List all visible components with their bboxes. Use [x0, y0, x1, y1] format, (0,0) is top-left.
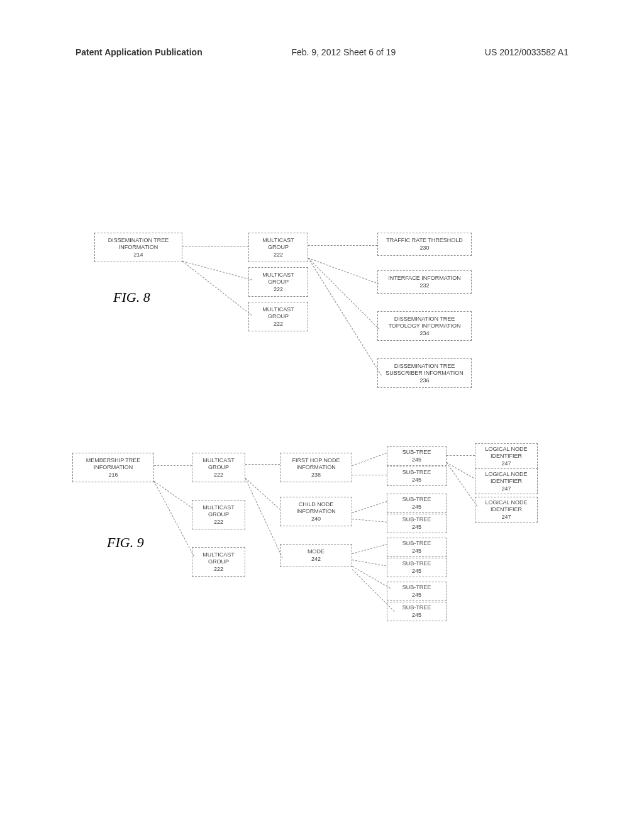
box-title: FIRST HOP NODE INFORMATION [286, 457, 347, 471]
box-num: 222 [197, 519, 240, 526]
connector-line [154, 481, 194, 556]
box-title: TRAFFIC RATE THRESHOLD [383, 237, 466, 244]
box-num: 240 [286, 516, 347, 523]
box-num: 230 [383, 245, 466, 252]
logical-node-identifier-box: LOGICAL NODE IDENTIFIER 247 [475, 468, 538, 494]
box-title: SUB-TREE [389, 560, 444, 567]
box-num: 222 [254, 286, 303, 293]
box-num: 245 [389, 477, 444, 484]
connector-line [182, 261, 252, 280]
connector-line [447, 462, 474, 479]
box-num: 234 [383, 330, 466, 337]
box-num: 245 [389, 612, 444, 619]
connector-line [182, 246, 248, 247]
dissemination-tree-subscriber-box: DISSEMINATION TREE SUBSCRIBER INFORMATIO… [377, 358, 472, 388]
box-title: MULTICAST GROUP [197, 551, 240, 565]
box-title: SUB-TREE [389, 604, 444, 611]
box-num: 222 [197, 472, 240, 479]
sub-tree-box: SUB-TREE 245 [387, 602, 447, 621]
multicast-group-box: MULTICAST GROUP 222 [192, 547, 245, 577]
sub-tree-box: SUB-TREE 245 [387, 446, 447, 466]
connector-line [182, 261, 252, 316]
box-title: SUB-TREE [389, 469, 444, 476]
multicast-group-box: MULTICAST GROUP 222 [248, 233, 308, 262]
connector-line [154, 481, 193, 509]
sub-tree-box: SUB-TREE 245 [387, 558, 447, 577]
box-num: 232 [383, 282, 466, 289]
box-num: 236 [383, 377, 466, 384]
dissemination-tree-topology-box: DISSEMINATION TREE TOPOLOGY INFORMATION … [377, 311, 472, 341]
box-title: SUB-TREE [389, 584, 444, 591]
connector-line [352, 501, 387, 513]
connector-line [447, 462, 478, 506]
box-num: 214 [100, 252, 177, 258]
connector-line [245, 478, 283, 558]
box-num: 222 [254, 321, 303, 328]
box-title: DISSEMINATION TREE INFORMATION [100, 237, 177, 251]
box-title: DISSEMINATION TREE TOPOLOGY INFORMATION [383, 316, 466, 329]
box-num: 247 [477, 485, 535, 492]
box-title: SUB-TREE [389, 496, 444, 503]
traffic-rate-threshold-box: TRAFFIC RATE THRESHOLD 230 [377, 233, 472, 256]
sub-tree-box: SUB-TREE 245 [387, 514, 447, 533]
header-left: Patent Application Publication [75, 47, 203, 57]
connector-line [447, 455, 475, 456]
connector-line [352, 544, 387, 554]
sub-tree-box: SUB-TREE 245 [387, 582, 447, 601]
box-num: 245 [389, 548, 444, 555]
header-center: Feb. 9, 2012 Sheet 6 of 19 [291, 47, 396, 57]
figure-8-label: FIG. 8 [113, 289, 150, 306]
multicast-group-box: MULTICAST GROUP 222 [248, 267, 308, 297]
sub-tree-box: SUB-TREE 245 [387, 467, 447, 486]
logical-node-identifier-box: LOGICAL NODE IDENTIFIER 247 [475, 497, 538, 523]
connector-line [308, 245, 377, 246]
box-title: MEMBERSHIP TREE INFORMATION [78, 457, 148, 471]
box-title: MULTICAST GROUP [197, 457, 240, 471]
box-num: 245 [389, 456, 444, 463]
connector-line [352, 475, 387, 475]
box-title: DISSEMINATION TREE SUBSCRIBER INFORMATIO… [383, 363, 466, 377]
interface-information-box: INTERFACE INFORMATION 232 [377, 270, 472, 294]
membership-tree-info-box: MEMBERSHIP TREE INFORMATION 216 [72, 453, 154, 482]
multicast-group-box: MULTICAST GROUP 222 [248, 302, 308, 331]
box-title: MULTICAST GROUP [254, 237, 303, 251]
box-title: MULTICAST GROUP [197, 504, 240, 518]
box-title: MULTICAST GROUP [254, 306, 303, 320]
box-num: 245 [389, 524, 444, 531]
logical-node-identifier-box: LOGICAL NODE IDENTIFIER 247 [475, 443, 538, 469]
box-num: 216 [78, 472, 148, 479]
box-num: 247 [477, 514, 535, 521]
box-title: LOGICAL NODE IDENTIFIER [477, 499, 535, 513]
box-title: CHILD NODE INFORMATION [286, 501, 347, 515]
box-title: INTERFACE INFORMATION [383, 275, 466, 282]
connector-line [352, 453, 387, 466]
box-title: LOGICAL NODE IDENTIFIER [477, 446, 535, 460]
sub-tree-box: SUB-TREE 245 [387, 494, 447, 513]
box-title: SUB-TREE [389, 449, 444, 456]
box-title: MULTICAST GROUP [254, 272, 303, 285]
page-header: Patent Application Publication Feb. 9, 2… [0, 47, 644, 57]
connector-line [352, 519, 387, 523]
sub-tree-box: SUB-TREE 245 [387, 538, 447, 557]
box-title: LOGICAL NODE IDENTIFIER [477, 471, 535, 485]
box-num: 238 [286, 472, 347, 479]
box-num: 222 [254, 252, 303, 258]
connector-line [308, 258, 380, 329]
connector-line [245, 478, 280, 510]
figure-9-label: FIG. 9 [107, 534, 144, 551]
box-num: 245 [389, 568, 444, 575]
first-hop-node-box: FIRST HOP NODE INFORMATION 238 [280, 453, 352, 482]
dissemination-tree-info-box: DISSEMINATION TREE INFORMATION 214 [94, 233, 182, 262]
child-node-box: CHILD NODE INFORMATION 240 [280, 497, 352, 526]
connector-line [308, 258, 382, 375]
header-right: US 2012/0033582 A1 [485, 47, 569, 57]
connector-line [352, 560, 386, 567]
box-num: 247 [477, 460, 535, 467]
multicast-group-box: MULTICAST GROUP 222 [192, 453, 245, 482]
connector-line [352, 566, 391, 589]
box-num: 245 [389, 592, 444, 599]
box-num: 245 [389, 504, 444, 511]
box-title: MODE [286, 548, 347, 555]
box-title: SUB-TREE [389, 540, 444, 547]
connector-line [245, 464, 280, 465]
